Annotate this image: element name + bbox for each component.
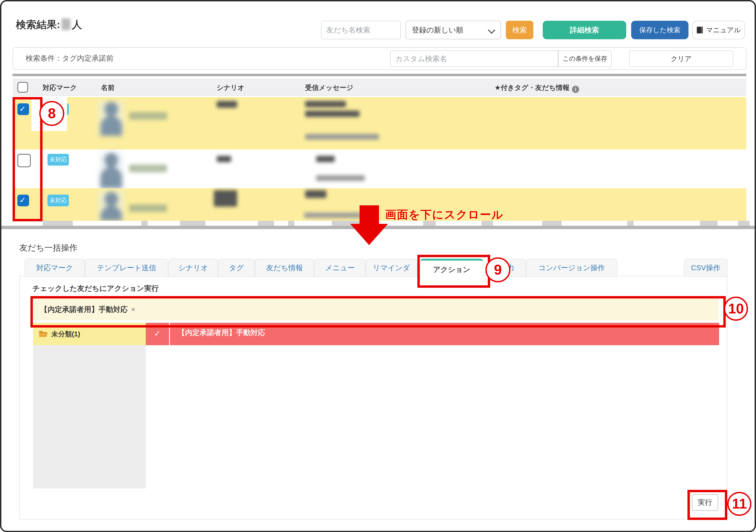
tab-template[interactable]: テンプレート送信 <box>85 259 168 277</box>
blurred-timestamp <box>305 134 379 140</box>
arrow-down-icon <box>350 224 388 245</box>
manual-button[interactable]: マニュアル <box>692 21 745 39</box>
blurred-name <box>129 112 167 120</box>
blurred-scenario <box>217 156 231 162</box>
select-all-checkbox[interactable] <box>17 82 28 93</box>
avatar <box>98 152 124 188</box>
search-condition-label: 検索条件：タグ内定承諾前 <box>26 53 114 63</box>
status-badge: 未対応 <box>47 195 69 206</box>
saved-search-button[interactable]: 保存した検索 <box>631 21 688 39</box>
annotation-step-11: 11 <box>727 492 751 516</box>
folder-list-background <box>33 345 146 489</box>
blurred-scenario <box>217 101 237 108</box>
cutoff-segment <box>738 221 750 226</box>
blurred-count <box>62 18 70 30</box>
advanced-search-button[interactable]: 詳細検索 <box>543 21 626 39</box>
annotation-box-action-tab <box>418 255 490 288</box>
divider <box>13 74 746 76</box>
blurred-name <box>129 204 167 212</box>
table-row[interactable]: 未対応 <box>13 97 746 150</box>
custom-search-name-input[interactable] <box>390 50 558 67</box>
app-window: 検索結果:人 登録の新しい順 検索 詳細検索 保存した検索 マニュアル 検索条件… <box>0 0 756 532</box>
table-row[interactable]: 未対応 <box>13 149 746 189</box>
blurred-name <box>129 165 167 172</box>
save-condition-button[interactable]: この条件を保存 <box>558 50 611 67</box>
tab-menu[interactable]: メニュー <box>314 259 365 277</box>
table-header <box>13 79 746 95</box>
tab-scenario[interactable]: シナリオ <box>169 259 218 277</box>
blurred-message <box>305 190 327 198</box>
status-badge: 未対応 <box>47 154 69 165</box>
annotation-box-selected-action <box>30 296 726 328</box>
arrow-down-icon <box>360 205 379 225</box>
blurred-scenario <box>214 190 237 207</box>
cutoff-segment <box>288 221 294 226</box>
search-button[interactable]: 検索 <box>506 21 533 39</box>
blurred-timestamp <box>316 175 365 181</box>
blurred-message <box>316 156 335 162</box>
bulk-panel-heading: チェックした友だちにアクション実行 <box>33 284 159 293</box>
blurred-message <box>305 101 346 107</box>
cutoff-segment <box>258 221 274 226</box>
table-body: 未対応 未対応 未対応 <box>13 97 746 221</box>
sort-select[interactable]: 登録の新しい順 <box>406 21 501 39</box>
folder-icon <box>39 330 48 338</box>
avatar <box>98 101 124 136</box>
annotation-step-9: 9 <box>485 257 510 282</box>
col-header-tags: ★付きタグ・友だち情報i <box>495 83 579 93</box>
scroll-hint-text: 画面を下にスクロール <box>385 207 503 222</box>
avatar <box>98 191 124 221</box>
book-icon <box>696 26 704 34</box>
tab-csv[interactable]: CSV操作 <box>684 259 727 277</box>
col-header-message: 受信メッセージ <box>305 83 353 92</box>
annotation-step-8: 8 <box>39 101 64 126</box>
chevron-down-icon <box>488 26 495 34</box>
cutoff-segment <box>141 221 148 226</box>
tab-tag[interactable]: タグ <box>218 259 255 277</box>
cutoff-segment <box>700 221 717 226</box>
friend-name-search-input[interactable] <box>321 21 401 39</box>
cutoff-segment <box>43 221 73 226</box>
cutoff-segment <box>542 221 562 226</box>
col-header-scenario: シナリオ <box>217 83 245 92</box>
col-header-name: 名前 <box>101 83 115 92</box>
annotation-box-checkbox-column <box>13 97 43 221</box>
check-icon: ✓ <box>154 329 161 338</box>
blurred-message <box>305 111 360 117</box>
table-row[interactable]: 未対応 <box>13 188 746 221</box>
blurred-timestamp <box>304 213 362 218</box>
execute-button[interactable]: 実行 <box>692 494 718 511</box>
annotation-step-10: 10 <box>724 296 748 321</box>
info-icon[interactable]: i <box>572 86 579 93</box>
page-title: 検索結果:人 <box>16 18 82 32</box>
tab-taioumark[interactable]: 対応マーク <box>25 259 85 277</box>
clear-button[interactable]: クリア <box>629 50 733 67</box>
tab-friendinfo[interactable]: 友だち情報 <box>255 259 314 277</box>
cutoff-segment <box>627 221 634 226</box>
cutoff-segment <box>180 221 205 226</box>
col-header-mark: 対応マーク <box>43 83 77 92</box>
tab-reminder[interactable]: リマインダ <box>366 259 417 277</box>
tab-conversion[interactable]: コンバージョン操作 <box>526 259 617 277</box>
bulk-panel-title: 友だち一括操作 <box>19 242 78 253</box>
folder-label: 未分類(1) <box>51 329 80 339</box>
